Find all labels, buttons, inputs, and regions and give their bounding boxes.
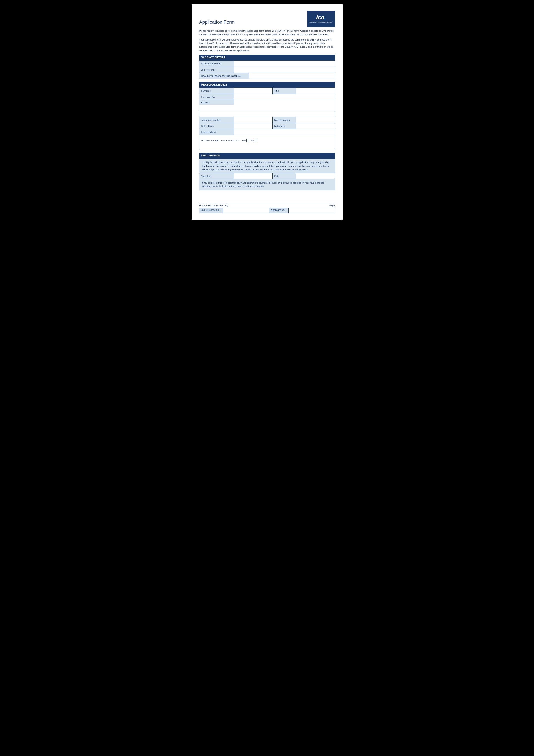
yes-label: Yes	[242, 139, 245, 142]
vacancy-position-value[interactable]	[234, 61, 335, 67]
footer: Human Resources use only Page Job refere…	[199, 203, 335, 213]
personal-surname-label: Surname	[199, 88, 234, 94]
personal-nationality-label: Nationality	[272, 123, 296, 129]
personal-email-label: Email address	[199, 129, 234, 135]
personal-surname-value[interactable]	[234, 88, 272, 94]
vacancy-form: Position applied for Job reference How d…	[199, 60, 335, 79]
vacancy-jobref-value[interactable]	[234, 67, 335, 73]
footer-hr-row: Human Resources use only Page	[199, 203, 335, 208]
header-row: Application Form ico. Information Commis…	[199, 11, 335, 27]
logo-subtext: Information Commissioner's Office	[309, 21, 332, 23]
vacancy-howheard-label: How did you hear about this vacancy?	[199, 73, 249, 79]
declaration-sig-value[interactable]	[234, 173, 272, 179]
logo-text: ico.	[316, 14, 325, 20]
declaration-note: If you complete this form electronically…	[199, 179, 335, 190]
footer-applicant-label: Applicant no.	[269, 208, 289, 213]
personal-address-value[interactable]	[234, 100, 335, 111]
personal-title-label: Title	[272, 88, 296, 94]
declaration-form: I certify that all information provided …	[199, 158, 335, 190]
no-checkbox[interactable]	[255, 139, 257, 142]
personal-email-value[interactable]	[234, 129, 335, 135]
personal-dob-label: Date of birth	[199, 123, 234, 129]
declaration-sig-row: Signature Date	[199, 173, 335, 179]
personal-address-value2[interactable]	[234, 111, 335, 117]
declaration-date-label: Date	[272, 173, 296, 179]
personal-telephone-value[interactable]	[234, 117, 272, 123]
personal-righttowork-row: Do have the right to work in the UK? Yes…	[199, 135, 335, 146]
personal-section: PERSONAL DETAILS Surname Title Forename(…	[199, 82, 335, 150]
footer-fields: Job reference no. Applicant no.	[199, 208, 335, 213]
no-label: No	[251, 139, 254, 142]
footer-hr-label: Human Resources use only	[199, 204, 228, 207]
intro-paragraph2: Your application form will be photocopie…	[199, 38, 335, 52]
personal-forename-label: Forename(s)	[199, 94, 234, 100]
personal-email-row: Email address	[199, 129, 335, 135]
footer-jobref-label: Job reference no.	[199, 208, 223, 213]
personal-telephone-label: Telephone number	[199, 117, 234, 123]
declaration-header: DECLARATION	[199, 153, 335, 158]
footer-applicant-value[interactable]	[289, 208, 335, 213]
footer-jobref-value[interactable]	[223, 208, 269, 213]
personal-dob-row: Date of birth Nationality	[199, 123, 335, 129]
vacancy-howheard-value[interactable]	[249, 73, 335, 79]
vacancy-jobref-label: Job reference	[199, 67, 234, 73]
personal-surname-row: Surname Title	[199, 88, 335, 94]
page: Application Form ico. Information Commis…	[192, 4, 343, 220]
personal-title-value[interactable]	[296, 88, 335, 94]
declaration-section: DECLARATION I certify that all informati…	[199, 153, 335, 190]
personal-nationality-value[interactable]	[296, 123, 335, 129]
declaration-date-value[interactable]	[296, 173, 335, 179]
personal-address-row: Address	[199, 100, 335, 111]
righttowork-question: Do have the right to work in the UK?	[201, 139, 239, 142]
footer-page-label: Page	[329, 204, 335, 207]
personal-header: PERSONAL DETAILS	[199, 82, 335, 88]
yes-checkbox[interactable]	[246, 139, 249, 142]
declaration-sig-label: Signature	[199, 173, 234, 179]
logo: ico. Information Commissioner's Office	[307, 11, 335, 27]
personal-mobile-label: Mobile number	[272, 117, 296, 123]
personal-mobile-value[interactable]	[296, 117, 335, 123]
personal-telephone-row: Telephone number Mobile number	[199, 117, 335, 123]
vacancy-position-label: Position applied for	[199, 61, 234, 67]
personal-forename-value[interactable]	[234, 94, 335, 100]
personal-address-row2	[199, 111, 335, 117]
spacer	[199, 146, 335, 149]
personal-dob-value[interactable]	[234, 123, 272, 129]
vacancy-header: VACANCY DETAILS	[199, 55, 335, 60]
vacancy-jobref-row: Job reference	[199, 67, 335, 73]
declaration-text: I certify that all information provided …	[199, 159, 335, 173]
vacancy-section: VACANCY DETAILS Position applied for Job…	[199, 55, 335, 79]
page-title: Application Form	[199, 19, 235, 25]
vacancy-position-row: Position applied for	[199, 61, 335, 67]
personal-forename-row: Forename(s)	[199, 94, 335, 100]
personal-form: Surname Title Forename(s) Address	[199, 88, 335, 150]
personal-address-label: Address	[199, 100, 234, 105]
intro-paragraph1: Please read the guidelines for completin…	[199, 29, 335, 36]
vacancy-howheard-row: How did you hear about this vacancy?	[199, 73, 335, 79]
